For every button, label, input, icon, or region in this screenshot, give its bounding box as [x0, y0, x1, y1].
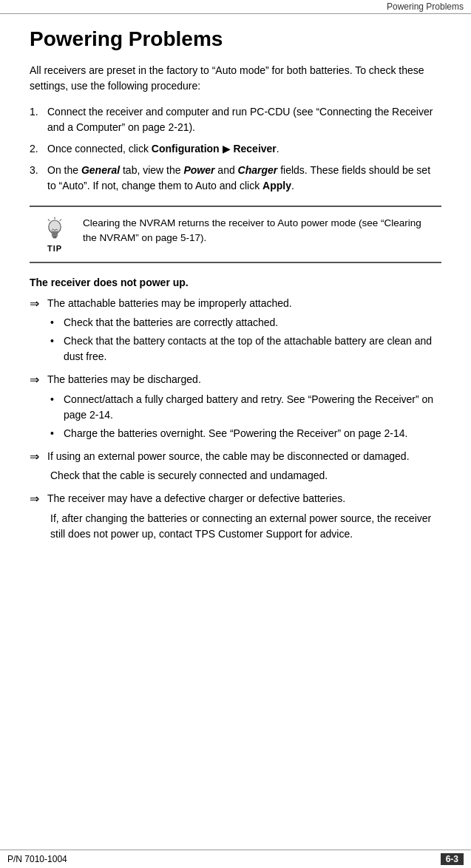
- sub-list-2: • Connect/attach a fully charged battery…: [50, 392, 441, 441]
- svg-rect-6: [52, 235, 58, 237]
- main-content: Powering Problems All receivers are pres…: [0, 14, 471, 579]
- intro-text: All receivers are preset in the factory …: [30, 63, 441, 94]
- page-title: Powering Problems: [30, 27, 441, 51]
- arrow-icon-1: ⇒: [30, 296, 44, 312]
- steps-list: 1. Connect the receiver and computer and…: [30, 104, 441, 194]
- bullet-icon: •: [50, 333, 61, 349]
- step-3-num: 3.: [30, 163, 47, 194]
- svg-line-1: [48, 220, 50, 221]
- trouble-cause-1: ⇒ The attachable batteries may be improp…: [30, 296, 441, 312]
- trouble-item-1: ⇒ The attachable batteries may be improp…: [30, 296, 441, 365]
- tip-text: Clearing the NVRAM returns the receiver …: [83, 216, 436, 246]
- page-header: Powering Problems: [0, 0, 471, 14]
- step-1-text: Connect the receiver and computer and ru…: [47, 104, 441, 135]
- cause-text-3: If using an external power source, the c…: [47, 449, 441, 464]
- sub-item-text-2-2: Charge the batteries overnight. See “Pow…: [64, 426, 407, 441]
- sub-item-2-2: • Charge the batteries overnight. See “P…: [50, 426, 441, 441]
- footer-left: P/N 7010-1004: [7, 854, 67, 864]
- sub-item-text-2-1: Connect/attach a fully charged battery a…: [64, 392, 441, 423]
- tip-label: TIP: [47, 244, 62, 253]
- sub-item-2-1: • Connect/attach a fully charged battery…: [50, 392, 441, 423]
- header-title: Powering Problems: [387, 1, 464, 12]
- bullet-icon: •: [50, 426, 61, 441]
- svg-line-2: [60, 220, 61, 221]
- step-3-text: On the General tab, view the Power and C…: [47, 163, 441, 194]
- trouble-cause-2: ⇒ The batteries may be discharged.: [30, 372, 441, 388]
- sub-list-1: • Check that the batteries are correctly…: [50, 315, 441, 365]
- trouble-item-4: ⇒ The receiver may have a defective char…: [30, 491, 441, 541]
- step-2-text: Once connected, click Configuration ▶ Re…: [47, 141, 441, 157]
- step-3: 3. On the General tab, view the Power an…: [30, 163, 441, 194]
- svg-rect-4: [52, 231, 58, 233]
- sub-item-text-1-2: Check that the battery contacts at the t…: [64, 333, 441, 365]
- sub-item-1-1: • Check that the batteries are correctly…: [50, 315, 441, 330]
- svg-rect-5: [52, 233, 58, 234]
- tip-lightbulb-icon: [41, 216, 68, 243]
- step-1-num: 1.: [30, 104, 47, 135]
- bullet-icon: •: [50, 392, 61, 407]
- cause-text-1: The attachable batteries may be improper…: [47, 296, 441, 311]
- indent-text-4: If, after changing the batteries or conn…: [50, 511, 441, 542]
- trouble-item-2: ⇒ The batteries may be discharged. • Con…: [30, 372, 441, 441]
- arrow-icon-2: ⇒: [30, 372, 44, 388]
- section-heading: The receiver does not power up.: [30, 277, 441, 288]
- bullet-icon: •: [50, 315, 61, 330]
- footer: P/N 7010-1004 6-3: [0, 850, 471, 868]
- step-2-num: 2.: [30, 141, 47, 157]
- arrow-icon-3: ⇒: [30, 449, 44, 465]
- cause-text-2: The batteries may be discharged.: [47, 372, 441, 387]
- sub-item-1-2: • Check that the battery contacts at the…: [50, 333, 441, 365]
- indent-text-3: Check that the cable is securely connect…: [50, 468, 441, 484]
- trouble-list: ⇒ The attachable batteries may be improp…: [30, 296, 441, 542]
- step-1: 1. Connect the receiver and computer and…: [30, 104, 441, 135]
- cause-text-4: The receiver may have a defective charge…: [47, 491, 441, 506]
- arrow-icon-4: ⇒: [30, 491, 44, 507]
- step-2: 2. Once connected, click Configuration ▶…: [30, 141, 441, 157]
- sub-item-text-1-1: Check that the batteries are correctly a…: [64, 315, 278, 330]
- trouble-cause-3: ⇒ If using an external power source, the…: [30, 449, 441, 465]
- trouble-cause-4: ⇒ The receiver may have a defective char…: [30, 491, 441, 507]
- svg-rect-7: [53, 237, 57, 238]
- tip-box: TIP Clearing the NVRAM returns the recei…: [30, 206, 441, 263]
- footer-page: 6-3: [441, 853, 464, 865]
- tip-icon-container: TIP: [35, 216, 74, 253]
- trouble-item-3: ⇒ If using an external power source, the…: [30, 449, 441, 484]
